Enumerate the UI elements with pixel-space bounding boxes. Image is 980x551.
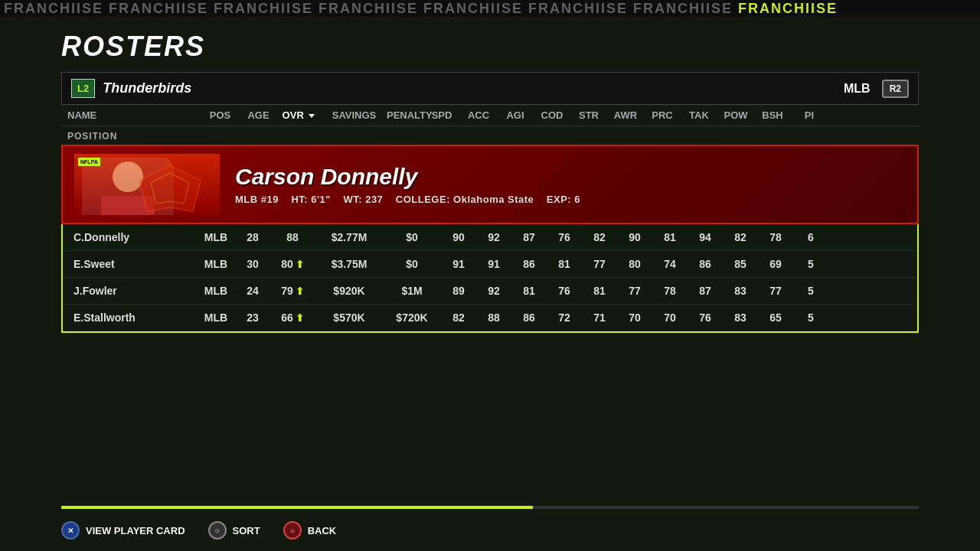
player-name-cell: J.Fowler <box>66 285 196 297</box>
spd-cell: 82 <box>441 311 476 324</box>
table-row[interactable]: E.Sweet MLB 30 80⬆ $3.75M $0 91 91 86 81… <box>63 251 917 278</box>
pow-cell: 85 <box>723 258 758 270</box>
col-savings: SAVINGS <box>322 109 387 121</box>
tak-cell: 76 <box>688 311 723 324</box>
position-label: MLB <box>844 82 871 96</box>
r2-badge[interactable]: R2 <box>882 80 909 98</box>
col-cod: COD <box>534 109 570 121</box>
agi-cell: 86 <box>511 311 547 324</box>
awr-cell: 80 <box>617 258 652 270</box>
sort-control[interactable]: ○ SORT <box>208 521 260 540</box>
pi-cell: 5 <box>793 258 828 270</box>
scroll-bar-fill <box>61 506 533 509</box>
savings-cell: $570K <box>315 311 383 324</box>
player-position: MLB <box>235 194 258 205</box>
pow-cell: 83 <box>723 285 758 297</box>
penalty-cell: $1M <box>383 285 441 297</box>
player-exp: EXP: 6 <box>547 194 580 205</box>
team-left: L2 Thunderbirds <box>71 79 191 98</box>
x-button-icon: ✕ <box>61 521 80 540</box>
roster-rows-container: C.Donnelly MLB 28 88 $2.77M $0 90 92 87 … <box>61 224 919 333</box>
sort-label: SORT <box>233 525 260 536</box>
column-headers: NAME POS AGE OVR SAVINGS PENALTY SPD ACC… <box>61 105 919 126</box>
scroll-bar <box>61 506 919 509</box>
player-college: COLLEGE: Oklahoma State <box>396 194 534 205</box>
trend-icon: ⬆ <box>296 312 304 324</box>
penalty-cell: $720K <box>383 311 441 324</box>
player-info: Carson Donnelly MLB #19 HT: 6'1" WT: 237… <box>235 164 906 205</box>
player-name-cell: E.Sweet <box>66 258 196 270</box>
back-control[interactable]: ○ BACK <box>283 521 337 540</box>
team-header: L2 Thunderbirds MLB R2 <box>61 72 919 105</box>
pi-cell: 5 <box>793 285 828 297</box>
bsh-cell: 78 <box>758 231 793 243</box>
team-badge[interactable]: L2 <box>71 79 95 98</box>
col-penalty: PENALTY <box>387 109 423 121</box>
tak-cell: 94 <box>688 231 723 243</box>
col-acc: ACC <box>460 109 497 121</box>
age-cell: 28 <box>236 231 270 243</box>
savings-cell: $920K <box>315 285 383 297</box>
awr-cell: 77 <box>617 285 652 297</box>
acc-cell: 92 <box>476 231 511 243</box>
table-row[interactable]: J.Fowler MLB 24 79⬆ $920K $1M 89 92 81 7… <box>63 278 917 305</box>
col-spd: SPD <box>423 109 460 121</box>
player-name-cell: E.Stallworth <box>66 311 196 324</box>
table-row[interactable]: E.Stallworth MLB 23 66⬆ $570K $720K 82 8… <box>63 305 917 331</box>
bsh-cell: 69 <box>758 258 793 270</box>
prc-cell: 74 <box>652 258 688 270</box>
savings-cell: $2.77M <box>315 231 383 243</box>
ovr-cell: 88 <box>270 231 315 243</box>
acc-cell: 88 <box>476 311 511 324</box>
player-number: #19 <box>261 194 279 205</box>
acc-cell: 92 <box>476 285 511 297</box>
bsh-cell: 65 <box>758 311 793 324</box>
agi-cell: 87 <box>511 231 547 243</box>
view-player-card-label: VIEW PLAYER CARD <box>86 525 185 536</box>
col-name: NAME <box>61 109 199 121</box>
sub-header: POSITION <box>61 126 919 145</box>
view-player-card-control[interactable]: ✕ VIEW PLAYER CARD <box>61 521 185 540</box>
pos-cell: MLB <box>196 231 236 243</box>
player-details: MLB #19 HT: 6'1" WT: 237 COLLEGE: Oklaho… <box>235 194 906 205</box>
bottom-controls: ✕ VIEW PLAYER CARD ○ SORT ○ BACK <box>61 521 336 540</box>
prc-cell: 70 <box>652 311 688 324</box>
savings-cell: $3.75M <box>315 258 383 270</box>
team-logo-watermark <box>124 161 216 215</box>
pi-cell: 6 <box>793 231 828 243</box>
prc-cell: 81 <box>652 231 688 243</box>
acc-cell: 91 <box>476 258 511 270</box>
agi-cell: 81 <box>511 285 547 297</box>
pos-cell: MLB <box>196 311 236 324</box>
pos-cell: MLB <box>196 258 236 270</box>
cod-cell: 81 <box>547 258 582 270</box>
awr-cell: 70 <box>617 311 652 324</box>
col-pi: PI <box>791 109 828 121</box>
player-name-cell: C.Donnelly <box>66 231 196 243</box>
sort-arrow <box>309 114 315 118</box>
cod-cell: 76 <box>547 285 582 297</box>
pow-cell: 83 <box>723 311 758 324</box>
str-cell: 81 <box>582 285 617 297</box>
str-cell: 71 <box>582 311 617 324</box>
col-ovr[interactable]: OVR <box>276 109 322 121</box>
col-agi: AGI <box>497 109 534 121</box>
col-pos: POS <box>199 109 241 121</box>
bsh-cell: 77 <box>758 285 793 297</box>
col-tak: TAK <box>681 109 717 121</box>
back-label: BACK <box>308 525 337 536</box>
nflpa-badge: NFLPA <box>78 158 100 166</box>
table-row[interactable]: C.Donnelly MLB 28 88 $2.77M $0 90 92 87 … <box>63 224 917 251</box>
spd-cell: 89 <box>441 285 476 297</box>
col-bsh: BSH <box>754 109 791 121</box>
franchise-banner: FRANCHIISE FRANCHIISE FRANCHIISE FRANCHI… <box>0 0 980 17</box>
spd-cell: 91 <box>441 258 476 270</box>
trend-icon: ⬆ <box>296 259 304 270</box>
awr-cell: 90 <box>617 231 652 243</box>
player-height: HT: 6'1" <box>291 194 331 205</box>
age-cell: 24 <box>236 285 270 297</box>
ovr-cell: 79⬆ <box>270 285 315 297</box>
pi-cell: 5 <box>793 311 828 324</box>
back-button-icon: ○ <box>283 521 302 540</box>
agi-cell: 86 <box>511 258 547 270</box>
